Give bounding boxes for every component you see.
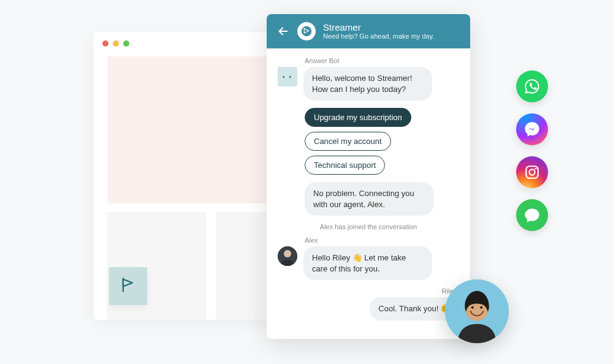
bot-message-bubble: Hello, welcome to Streamer! How can I he… — [303, 67, 432, 100]
sender-label-agent: Alex — [305, 237, 459, 244]
window-traffic-lights — [102, 40, 129, 47]
svg-point-0 — [302, 26, 312, 37]
chat-widget: Streamer Need help? Go ahead, make my da… — [267, 14, 470, 339]
quick-reply-upgrade[interactable]: Upgrade my subscription — [305, 108, 411, 127]
instagram-icon — [524, 164, 540, 180]
channel-sms[interactable] — [516, 199, 548, 231]
chat-title: Streamer — [323, 23, 434, 33]
sms-icon — [524, 207, 541, 224]
quick-reply-tech[interactable]: Technical support — [305, 156, 385, 175]
chat-launcher-button[interactable] — [109, 267, 147, 305]
message-row: • • Hello, welcome to Streamer! How can … — [278, 67, 459, 100]
bot-message-bubble: No problem. Connecting you with our agen… — [305, 182, 433, 216]
sender-label-user: Riley — [278, 287, 457, 295]
quick-reply-row: Upgrade my subscription Cancel my accoun… — [305, 108, 459, 175]
messenger-icon — [524, 121, 541, 138]
agent-message-bubble: Hello Riley 👋 Let me take care of this f… — [303, 246, 432, 280]
bot-avatar: • • — [278, 67, 297, 86]
system-notice: Alex has joined the conversation — [278, 223, 459, 230]
svg-point-9 — [480, 306, 482, 309]
svg-point-8 — [471, 306, 474, 309]
minimize-window-dot — [113, 40, 119, 47]
streamer-logo-icon — [301, 26, 312, 37]
brand-avatar — [297, 22, 316, 40]
message-row: Hello Riley 👋 Let me take care of this f… — [278, 246, 459, 280]
arrow-left-icon — [276, 25, 290, 38]
flag-icon — [120, 276, 137, 296]
maximize-window-dot — [123, 40, 129, 47]
channel-whatsapp[interactable] — [516, 70, 548, 102]
message-row: Cool. Thank you! 😊 — [278, 297, 459, 320]
agent-avatar — [278, 246, 297, 266]
channel-messenger[interactable] — [516, 113, 548, 145]
floating-user-avatar — [445, 279, 509, 343]
chat-header-text: Streamer Need help? Go ahead, make my da… — [323, 23, 434, 40]
svg-point-2 — [284, 250, 291, 257]
svg-point-5 — [535, 168, 536, 170]
quick-reply-cancel[interactable]: Cancel my account — [305, 132, 391, 151]
channel-instagram[interactable] — [516, 156, 548, 188]
channel-icon-column — [516, 70, 548, 231]
svg-point-4 — [529, 169, 535, 175]
close-window-dot — [102, 40, 109, 47]
message-row: No problem. Connecting you with our agen… — [305, 182, 459, 216]
chat-body: Answer Bot • • Hello, welcome to Streame… — [267, 48, 470, 339]
chat-header: Streamer Need help? Go ahead, make my da… — [267, 14, 470, 48]
whatsapp-icon — [524, 78, 541, 95]
avatar-illustration — [445, 279, 509, 343]
sender-label-bot: Answer Bot — [305, 57, 459, 64]
back-button[interactable] — [276, 25, 290, 38]
chat-subtitle: Need help? Go ahead, make my day. — [323, 32, 434, 40]
